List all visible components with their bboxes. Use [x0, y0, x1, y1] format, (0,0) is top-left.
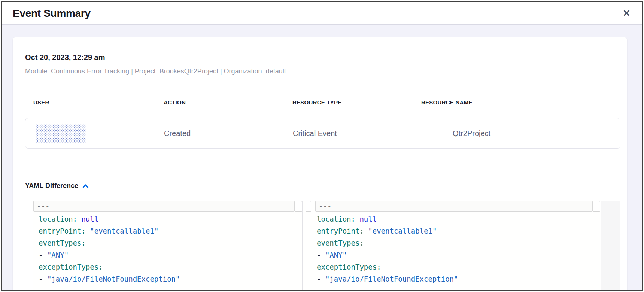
- column-header-user: USER: [33, 99, 164, 106]
- scrollbar-thumb[interactable]: [295, 201, 302, 212]
- yaml-diff-left-pane: --- location: nullentryPoint: "eventcall…: [33, 201, 302, 290]
- redacted-user-avatar: [36, 124, 86, 143]
- yaml-diff-right-pane: --- location: nullentryPoint: "eventcall…: [303, 201, 600, 290]
- code-lines: location: nullentryPoint: "eventcallable…: [303, 213, 600, 285]
- chevron-up-icon: [82, 183, 89, 189]
- code-line: - "ANY": [39, 249, 302, 261]
- code-line: exceptionTypes:: [39, 261, 302, 273]
- code-line: location: null: [39, 213, 302, 225]
- event-card: Oct 20, 2023, 12:29 am Module: Continuou…: [12, 37, 628, 290]
- code-line: - "java/io/FileNotFoundException": [39, 273, 302, 285]
- event-timestamp: Oct 20, 2023, 12:29 am: [25, 53, 620, 62]
- page-title: Event Summary: [13, 7, 91, 19]
- column-header-resource-name: RESOURCE NAME: [421, 99, 620, 106]
- code-line: eventTypes:: [39, 237, 302, 249]
- code-line: entryPoint: "eventcallable1": [317, 225, 600, 237]
- code-line: - "java/io/FileNotFoundException": [317, 273, 600, 285]
- column-header-action: ACTION: [164, 99, 292, 106]
- close-icon[interactable]: ✕: [623, 9, 631, 18]
- table-header-row: USER ACTION RESOURCE TYPE RESOURCE NAME: [25, 99, 620, 106]
- event-context: Module: Continuous Error Tracking | Proj…: [25, 67, 620, 75]
- code-line: location: null: [317, 213, 600, 225]
- scrollbar-thumb[interactable]: [593, 201, 600, 212]
- yaml-difference-toggle[interactable]: YAML Difference: [25, 182, 89, 190]
- table-row: Created Critical Event Qtr2Project: [25, 118, 620, 149]
- code-line: entryPoint: "eventcallable1": [39, 225, 302, 237]
- diff-scrollbar-track[interactable]: [601, 201, 620, 290]
- code-lines: location: nullentryPoint: "eventcallable…: [33, 213, 302, 285]
- diff-highlighted-line: ---: [33, 201, 302, 212]
- yaml-difference-label: YAML Difference: [25, 182, 78, 190]
- event-summary-modal: Event Summary ✕ Oct 20, 2023, 12:29 am M…: [1, 1, 643, 291]
- current-line-highlight: ---: [315, 201, 593, 212]
- resource-type-cell: Critical Event: [293, 129, 422, 138]
- yaml-diff-viewer: --- location: nullentryPoint: "eventcall…: [33, 201, 620, 290]
- user-cell: [34, 124, 164, 143]
- code-line: eventTypes:: [317, 237, 600, 249]
- current-line-highlight: ---: [33, 201, 295, 212]
- column-header-resource-type: RESOURCE TYPE: [292, 99, 421, 106]
- code-line: exceptionTypes:: [317, 261, 600, 273]
- gutter-cell: [306, 201, 311, 212]
- modal-header: Event Summary ✕: [2, 2, 642, 25]
- action-cell: Created: [164, 129, 293, 138]
- diff-highlighted-line: ---: [303, 201, 600, 212]
- resource-name-cell: Qtr2Project: [422, 129, 620, 138]
- modal-body: Oct 20, 2023, 12:29 am Module: Continuou…: [2, 25, 642, 290]
- code-line: - "ANY": [317, 249, 600, 261]
